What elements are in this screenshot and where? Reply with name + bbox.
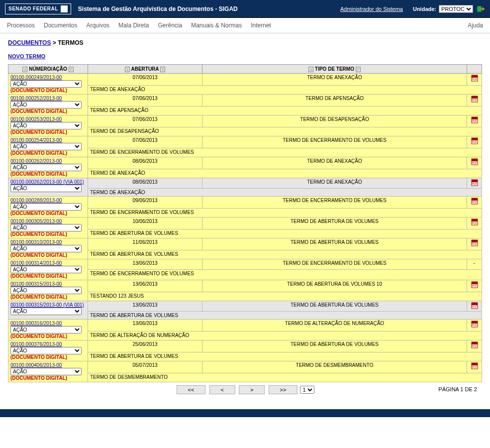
col-numero[interactable]: ↓ NÚMERO/AÇÃO ↑ xyxy=(8,65,88,74)
pdf-cell[interactable]: PDF xyxy=(467,197,482,209)
pdf-icon[interactable]: PDF xyxy=(471,362,478,369)
tipo-cell: TERMO DE ALTERAÇÃO DE NUMERAÇÃO xyxy=(202,320,467,332)
pager-first[interactable]: << xyxy=(177,385,206,394)
unit-select[interactable]: PROTOC xyxy=(439,5,473,13)
pdf-cell[interactable]: PDF xyxy=(467,178,482,189)
acao-select[interactable]: AÇÃO xyxy=(10,266,82,273)
pdf-cell[interactable]: PDF xyxy=(467,218,482,229)
sort-desc-icon[interactable]: ↓ xyxy=(308,67,313,72)
pdf-cell[interactable]: PDF xyxy=(467,157,482,169)
numero-link[interactable]: 00100.000253/2013-00 xyxy=(10,116,62,122)
numero-link[interactable]: 00100.000288/2013-00 xyxy=(10,198,62,203)
menu-mala-direta[interactable]: Mala Direta xyxy=(118,22,149,29)
acao-select[interactable]: AÇÃO xyxy=(10,164,82,171)
menu-manuais[interactable]: Manuais & Normas xyxy=(191,22,242,29)
numero-link[interactable]: 00100.000376/2013-00 xyxy=(10,341,62,347)
pdf-icon[interactable]: PDF xyxy=(471,137,478,144)
exit-icon[interactable] xyxy=(477,5,485,12)
pdf-icon[interactable]: PDF xyxy=(471,96,478,103)
acao-select[interactable]: AÇÃO xyxy=(10,308,82,315)
numero-link[interactable]: 00100.000315/2013-00 xyxy=(10,281,62,287)
pdf-cell[interactable]: PDF xyxy=(467,301,482,312)
acao-select[interactable]: AÇÃO xyxy=(10,203,82,211)
pdf-icon[interactable]: PDF xyxy=(471,219,478,225)
pdf-cell[interactable]: PDF xyxy=(467,238,482,250)
pager-last[interactable]: >> xyxy=(269,385,298,394)
numero-link[interactable]: 00100.000406/2013-00 xyxy=(10,362,62,368)
acao-select[interactable]: AÇÃO xyxy=(10,368,82,375)
pdf-icon[interactable]: PDF xyxy=(471,239,478,246)
numero-link[interactable]: 00100.000252/2013-00 xyxy=(10,96,62,101)
pdf-icon[interactable]: PDF xyxy=(471,158,478,165)
table-row: 00100.000315/2013-00 (VIA 001) AÇÃO13/06… xyxy=(8,301,482,312)
menu-documentos[interactable]: Documentos xyxy=(44,22,77,29)
sort-desc-icon[interactable]: ↓ xyxy=(125,67,130,72)
pdf-icon[interactable]: PDF xyxy=(471,281,478,288)
sort-asc-icon[interactable]: ↑ xyxy=(160,67,165,72)
pdf-icon[interactable]: PDF xyxy=(471,198,478,205)
abertura-cell: 13/06/2013 xyxy=(88,301,202,312)
numero-link[interactable]: 00100.000316/2013-00 xyxy=(10,321,62,326)
acao-select[interactable]: AÇÃO xyxy=(10,122,82,129)
pager-page-select[interactable]: 1 xyxy=(300,386,314,394)
numero-link[interactable]: 00100.000315/2013-00 (VIA 001) xyxy=(10,302,84,308)
acao-select[interactable]: AÇÃO xyxy=(10,326,82,334)
abertura-cell: 07/06/2013 xyxy=(88,95,202,107)
col-abertura[interactable]: ↓ ABERTURA ↑ xyxy=(88,65,202,74)
numero-link[interactable]: 00100.000249/2013-00 xyxy=(10,75,62,80)
footer-bar xyxy=(0,409,490,417)
pdf-cell[interactable]: PDF xyxy=(467,115,482,127)
descricao-cell: TERMO DE ABERTURA DE VOLUMES xyxy=(88,250,482,259)
acao-select[interactable]: AÇÃO xyxy=(10,101,82,109)
table-row: 00100.000288/2013-00AÇÃO(DOCUMENTO DIGIT… xyxy=(8,197,482,209)
admin-link[interactable]: Administrador do Sistema xyxy=(340,6,403,12)
svg-text:PDF: PDF xyxy=(472,284,477,287)
abertura-cell: 13/06/2013 xyxy=(88,320,202,332)
pdf-cell[interactable]: PDF xyxy=(467,361,482,373)
acao-select[interactable]: AÇÃO xyxy=(10,224,82,231)
acao-select[interactable]: AÇÃO xyxy=(10,347,82,354)
menu-internet[interactable]: Internet xyxy=(251,22,271,29)
pdf-icon[interactable]: PDF xyxy=(471,321,478,328)
pdf-cell[interactable]: PDF xyxy=(467,340,482,352)
numero-link[interactable]: 00100.000310/2013-00 xyxy=(10,239,62,245)
sort-asc-icon[interactable]: ↑ xyxy=(356,67,361,72)
pdf-icon[interactable]: PDF xyxy=(471,341,478,348)
numero-link[interactable]: 00100.000262/2013-00 (VIA 001) xyxy=(10,179,84,185)
abertura-cell: 13/06/2013 xyxy=(88,280,202,292)
pdf-cell[interactable]: PDF xyxy=(467,95,482,107)
svg-text:PDF: PDF xyxy=(472,119,477,122)
documento-digital-badge: (DOCUMENTO DIGITAL) xyxy=(10,354,67,360)
numero-link[interactable]: 00100.000254/2013-00 xyxy=(10,137,62,143)
col-tipo[interactable]: ↓ TIPO DE TERMO ↑ xyxy=(202,65,467,74)
menu-processos[interactable]: Processos xyxy=(7,22,35,29)
pdf-icon[interactable]: PDF xyxy=(471,302,478,309)
acao-select[interactable]: AÇÃO xyxy=(10,80,82,88)
pdf-cell[interactable]: PDF xyxy=(467,74,482,86)
acao-select[interactable]: AÇÃO xyxy=(10,287,82,294)
sort-desc-icon[interactable]: ↓ xyxy=(22,67,27,72)
numero-link[interactable]: 00100.000305/2013-00 xyxy=(10,219,62,224)
acao-select[interactable]: AÇÃO xyxy=(10,245,82,252)
pager-next[interactable]: > xyxy=(239,385,265,394)
pdf-icon[interactable]: PDF xyxy=(471,179,478,186)
pdf-icon[interactable]: PDF xyxy=(471,116,478,123)
pdf-cell[interactable]: PDF xyxy=(467,280,482,292)
descricao-cell: TERMO DE ENCERRAMENTO DE VOLUMES xyxy=(88,270,482,280)
crumb-root[interactable]: DOCUMENTOS xyxy=(8,39,51,46)
documento-digital-badge: (DOCUMENTO DIGITAL) xyxy=(10,88,67,93)
pdf-cell[interactable]: PDF xyxy=(467,136,482,148)
numero-link[interactable]: 00100.000314/2013-00 xyxy=(10,260,62,266)
pdf-cell[interactable]: PDF xyxy=(467,320,482,332)
numero-link[interactable]: 00100.000262/2013-00 xyxy=(10,158,62,164)
sort-asc-icon[interactable]: ↑ xyxy=(69,67,74,72)
acao-select[interactable]: AÇÃO xyxy=(10,143,82,150)
menu-gerencia[interactable]: Gerência xyxy=(158,22,182,29)
pager-prev[interactable]: < xyxy=(209,385,235,394)
menu-arquivos[interactable]: Arquivos xyxy=(86,22,109,29)
novo-termo-link[interactable]: NOVO TERMO xyxy=(8,53,45,59)
menu-ajuda[interactable]: Ajuda xyxy=(468,22,483,29)
descricao-cell: TERMO DE DESAPENSAÇÃO xyxy=(88,127,482,136)
acao-select[interactable]: AÇÃO xyxy=(10,185,82,192)
pdf-icon[interactable]: PDF xyxy=(471,75,478,82)
